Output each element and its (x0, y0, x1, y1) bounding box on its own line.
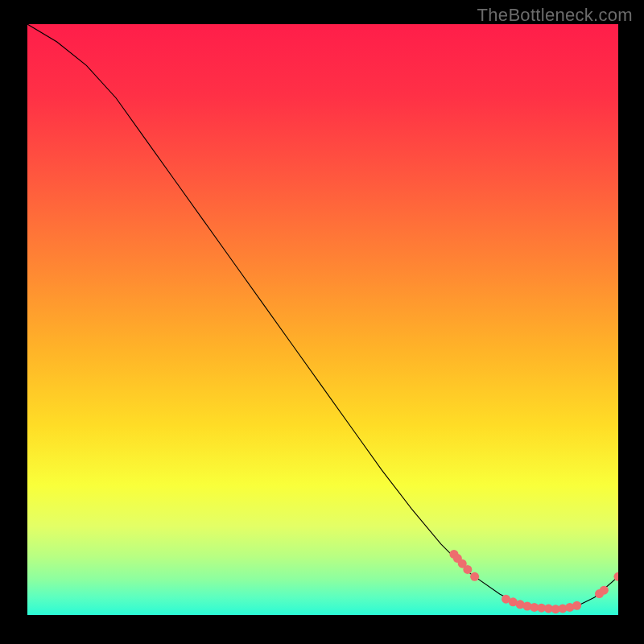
gradient-rect (27, 24, 618, 615)
data-point (470, 572, 479, 581)
chart-frame: TheBottleneck.com (0, 0, 644, 644)
data-point (463, 565, 472, 574)
data-point (572, 601, 581, 610)
plot-area (27, 24, 618, 615)
watermark-text: TheBottleneck.com (477, 5, 633, 26)
chart-svg (27, 24, 618, 615)
data-point (600, 586, 609, 595)
